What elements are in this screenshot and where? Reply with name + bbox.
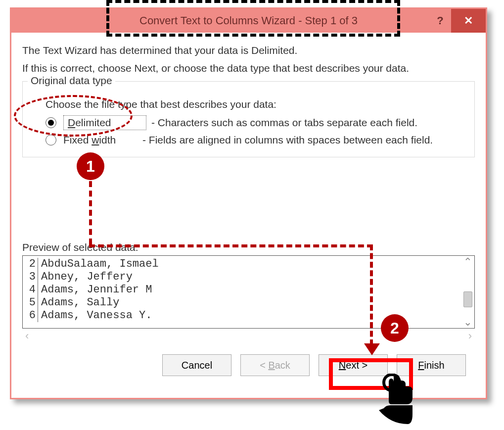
option-fixed-radio[interactable] (46, 135, 56, 145)
scroll-left-icon[interactable]: ‹ (25, 330, 29, 342)
scroll-thumb[interactable] (463, 291, 472, 307)
title-bar: Convert Text to Columns Wizard - Step 1 … (11, 9, 486, 33)
scroll-right-icon[interactable]: › (468, 330, 472, 342)
option-delimited-radio[interactable] (46, 117, 56, 128)
scroll-up-icon[interactable]: ⌃ (463, 256, 472, 268)
preview-content: 2AbduSalaam, Ismael 3Abney, Jeffery 4Ada… (27, 258, 459, 326)
vertical-scrollbar[interactable]: ⌃ ⌄ (461, 256, 474, 328)
preview-row: 6Adams, Vanessa Y. (27, 309, 459, 322)
finish-button[interactable]: Finish (397, 354, 466, 376)
option-fixed-row: Fixed width - Fields are aligned in colu… (46, 134, 465, 146)
preview-row: 3Abney, Jeffery (27, 271, 459, 284)
preview-label: Preview of selected data: (22, 241, 475, 253)
button-bar: Cancel < Back Next > Finish (22, 343, 475, 376)
group-legend: Original data type (28, 75, 115, 87)
intro-line-1: The Text Wizard has determined that your… (22, 45, 475, 56)
scroll-down-icon[interactable]: ⌄ (463, 316, 472, 328)
back-button: < Back (240, 354, 310, 376)
window-title: Convert Text to Columns Wizard - Step 1 … (11, 14, 486, 27)
cancel-button[interactable]: Cancel (162, 354, 231, 376)
option-delimited-row: Delimited - Characters such as commas or… (46, 115, 465, 130)
option-delimited-desc: - Characters such as commas or tabs sepa… (151, 117, 417, 129)
next-button[interactable]: Next > (319, 354, 388, 376)
close-button[interactable]: ✕ (451, 9, 486, 33)
horizontal-scrollbar[interactable]: ‹ › (22, 329, 475, 343)
original-data-type-group: Original data type Choose the file type … (22, 81, 475, 157)
help-button[interactable]: ? (430, 9, 450, 33)
option-delimited-label[interactable]: Delimited (63, 115, 146, 130)
option-fixed-desc: - Fields are aligned in columns with spa… (142, 134, 433, 146)
dialog-body: The Text Wizard has determined that your… (11, 33, 486, 376)
preview-row: 4Adams, Jennifer M (27, 284, 459, 296)
group-prompt: Choose the file type that best describes… (46, 98, 465, 110)
option-fixed-label[interactable]: Fixed width (63, 134, 137, 146)
wizard-dialog: Convert Text to Columns Wizard - Step 1 … (10, 7, 487, 399)
preview-row: 2AbduSalaam, Ismael (27, 258, 459, 271)
preview-row: 5Adams, Sally (27, 296, 459, 309)
preview-box: 2AbduSalaam, Ismael 3Abney, Jeffery 4Ada… (22, 255, 475, 329)
intro-line-2: If this is correct, choose Next, or choo… (22, 62, 475, 74)
